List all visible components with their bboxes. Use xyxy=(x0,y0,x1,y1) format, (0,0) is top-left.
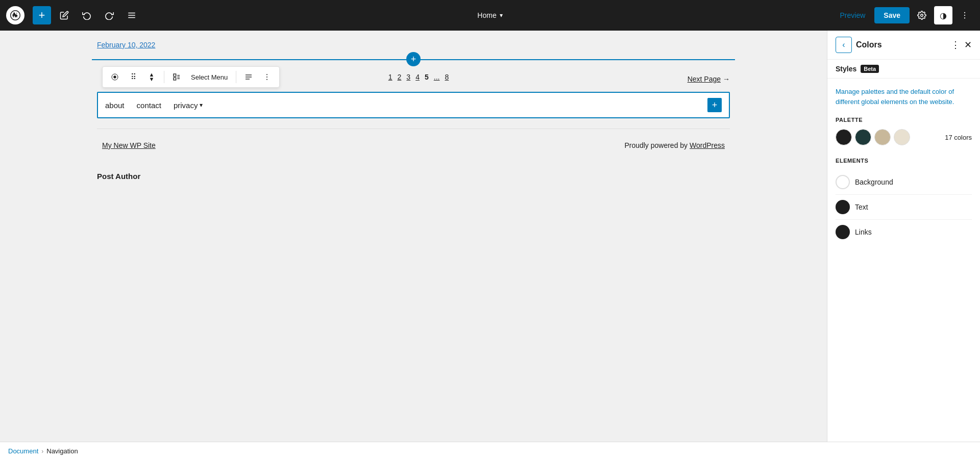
breadcrumb-separator: › xyxy=(41,448,43,455)
wordpress-footer-link[interactable]: WordPress xyxy=(690,141,725,149)
next-page-label: Next Page xyxy=(688,75,721,83)
text-element-row[interactable]: Text xyxy=(836,195,972,220)
background-color-dot xyxy=(836,175,850,189)
breadcrumb-bar: Document › Navigation xyxy=(0,442,980,460)
elements-section-label: ELEMENTS xyxy=(836,158,972,164)
page-8-link[interactable]: 8 xyxy=(443,72,451,82)
palette-count: 17 colors xyxy=(945,134,972,141)
site-name-link[interactable]: My New WP Site xyxy=(102,141,156,149)
text-align-button[interactable] xyxy=(240,69,257,85)
beta-badge: Beta xyxy=(861,65,879,73)
preview-button[interactable]: Preview xyxy=(834,8,872,22)
links-element-label: Links xyxy=(855,228,872,236)
sidebar-title: Colors xyxy=(856,40,947,49)
move-up-down-button[interactable]: ▲▼ xyxy=(143,69,160,85)
sidebar-more-button[interactable]: ⋮ xyxy=(951,39,960,50)
palette-section-label: PALETTE xyxy=(836,117,972,123)
more-options-button[interactable] xyxy=(955,6,974,24)
block-toolbar: ⠿ ▲▼ Select Menu xyxy=(102,66,280,88)
powered-by-text: Proudly powered by WordPress xyxy=(624,141,725,149)
page-title-label: Home xyxy=(477,11,496,19)
nav-privacy-link[interactable]: privacy xyxy=(174,101,198,110)
sidebar-tabs-row: Styles Beta xyxy=(827,60,980,79)
more-block-options-button[interactable] xyxy=(259,69,275,85)
nav-block-inner: about contact privacy ▾ + xyxy=(98,93,729,117)
contrast-button[interactable]: ◑ xyxy=(934,6,952,24)
svg-rect-10 xyxy=(174,78,176,80)
redo-button[interactable] xyxy=(100,6,118,24)
toolbar-divider-1 xyxy=(164,71,164,83)
elements-section: ELEMENTS Background Text Links xyxy=(836,158,972,244)
undo-button[interactable] xyxy=(78,6,96,24)
breadcrumb-current: Navigation xyxy=(46,447,78,455)
block-separator: + xyxy=(92,59,735,60)
links-element-row[interactable]: Links xyxy=(836,220,972,244)
svg-point-4 xyxy=(964,12,965,13)
canvas-inner: February 10, 2022 + ⠿ ▲▼ xyxy=(92,31,735,206)
main-area: February 10, 2022 + ⠿ ▲▼ xyxy=(0,31,980,442)
svg-rect-9 xyxy=(174,74,176,76)
svg-point-17 xyxy=(266,74,267,75)
palette-swatch-light[interactable] xyxy=(894,129,910,145)
edit-tool-button[interactable] xyxy=(55,6,74,24)
select-menu-button[interactable]: Select Menu xyxy=(187,71,232,83)
palette-swatch-teal[interactable] xyxy=(855,129,871,145)
save-button[interactable]: Save xyxy=(874,7,910,23)
background-element-row[interactable]: Background xyxy=(836,170,972,195)
block-type-button[interactable] xyxy=(107,69,123,85)
nav-contact-link[interactable]: contact xyxy=(137,101,161,110)
site-footer: My New WP Site Proudly powered by WordPr… xyxy=(97,129,730,162)
topbar: + Home ▾ Preview Save ◑ xyxy=(0,0,980,31)
nav-about-link[interactable]: about xyxy=(105,101,125,110)
links-color-dot xyxy=(836,225,850,239)
page-2-link[interactable]: 2 xyxy=(396,72,404,82)
page-3-link[interactable]: 3 xyxy=(404,72,412,82)
background-element-label: Background xyxy=(855,178,893,186)
settings-button[interactable] xyxy=(913,6,931,24)
palette-swatch-dark[interactable] xyxy=(836,129,852,145)
topbar-right: Preview Save ◑ xyxy=(834,6,974,24)
wordpress-logo[interactable] xyxy=(6,6,24,24)
next-page-arrow: → xyxy=(723,75,730,83)
tools-button[interactable] xyxy=(122,6,141,24)
svg-point-19 xyxy=(266,79,267,80)
next-page-link[interactable]: Next Page → xyxy=(688,75,730,83)
svg-point-3 xyxy=(921,14,923,17)
palette-swatches-row: 17 colors xyxy=(836,129,972,145)
post-author-label: Post Author xyxy=(97,172,140,181)
svg-point-8 xyxy=(113,75,116,78)
palette-swatch-tan[interactable] xyxy=(874,129,891,145)
sidebar-body: Manage palettes and the default color of… xyxy=(827,79,980,442)
svg-point-18 xyxy=(266,76,267,78)
breadcrumb-document-link[interactable]: Document xyxy=(8,447,38,455)
sidebar-close-button[interactable]: ✕ xyxy=(964,39,972,50)
nav-privacy-item: privacy ▾ xyxy=(174,101,203,110)
align-button[interactable] xyxy=(168,69,185,85)
styles-tab[interactable]: Styles xyxy=(836,65,856,73)
add-block-button[interactable]: + xyxy=(33,6,51,24)
nav-add-button[interactable]: + xyxy=(707,98,722,112)
add-block-center-button[interactable]: + xyxy=(406,52,421,66)
sidebar: ‹ Colors ⋮ ✕ Styles Beta Manage palettes… xyxy=(827,31,980,442)
palette-section: PALETTE 17 colors xyxy=(836,117,972,145)
sidebar-description: Manage palettes and the default color of… xyxy=(836,87,972,107)
date-link[interactable]: February 10, 2022 xyxy=(92,41,735,49)
nav-block: about contact privacy ▾ + xyxy=(97,92,730,118)
text-color-dot xyxy=(836,200,850,214)
page-5-link[interactable]: 5 xyxy=(423,72,431,82)
page-ellipsis: ... xyxy=(432,72,442,82)
svg-point-5 xyxy=(964,15,965,16)
dropdown-icon: ▾ xyxy=(500,12,503,19)
text-element-label: Text xyxy=(855,203,868,211)
page-1-link[interactable]: 1 xyxy=(386,72,395,82)
page-4-link[interactable]: 4 xyxy=(413,72,422,82)
drag-handle-button[interactable]: ⠿ xyxy=(125,69,141,85)
canvas: February 10, 2022 + ⠿ ▲▼ xyxy=(0,31,827,442)
svg-point-6 xyxy=(964,17,965,18)
sidebar-header: ‹ Colors ⋮ ✕ xyxy=(827,31,980,60)
pagination-row: 1 2 3 4 5 ... 8 xyxy=(386,72,451,82)
privacy-dropdown-arrow: ▾ xyxy=(200,101,203,109)
post-author-section: Post Author xyxy=(92,162,735,186)
sidebar-back-button[interactable]: ‹ xyxy=(836,37,852,53)
toolbar-divider-2 xyxy=(236,71,236,83)
